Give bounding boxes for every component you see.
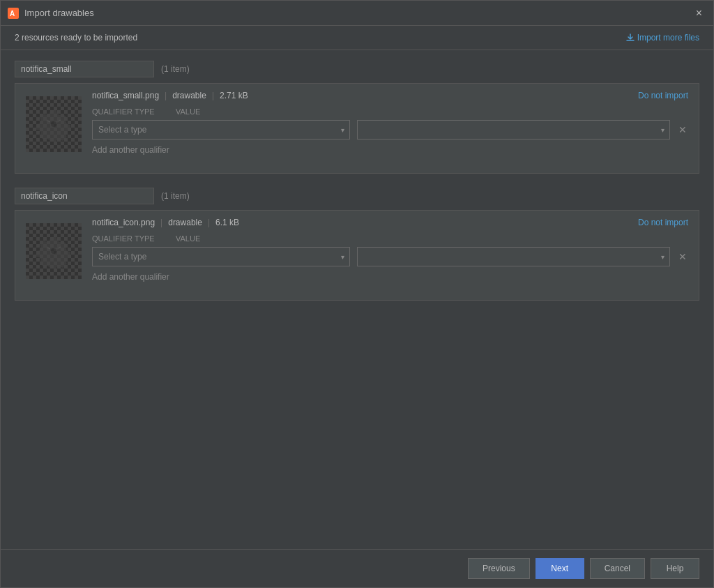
svg-point-3	[51, 248, 56, 254]
qualifier-type-select-wrapper-1: Select a type	[92, 247, 350, 266]
resources-status: 2 resources ready to be imported	[15, 33, 137, 43]
remove-qualifier-button-1[interactable]: ✕	[677, 250, 688, 263]
help-button[interactable]: Help	[651, 558, 699, 579]
qualifier-type-label-0: QUALIFIER TYPE	[92, 107, 162, 116]
titlebar-left: A Import drawables	[8, 8, 94, 19]
resource-info-row-1: notifica_icon.png | drawable | 6.1 kB Do…	[26, 218, 688, 285]
svg-text:A: A	[10, 10, 15, 17]
qualifier-type-select-1[interactable]: Select a type	[92, 247, 350, 266]
resource-card-0: notifica_small.png | drawable | 2.71 kB …	[15, 83, 699, 174]
add-qualifier-button-1[interactable]: Add another qualifier	[92, 269, 169, 285]
qualifier-row-1: QUALIFIER TYPE VALUE	[92, 234, 688, 243]
remove-qualifier-button-0[interactable]: ✕	[677, 123, 688, 136]
checkered-bg-1	[26, 223, 82, 279]
resource-block-0: (1 item)	[15, 61, 699, 174]
value-select-wrapper-1	[357, 247, 670, 266]
import-more-files-button[interactable]: Import more files	[626, 33, 699, 43]
qualifier-row-0: QUALIFIER TYPE VALUE	[92, 107, 688, 116]
resource-name-input-1[interactable]	[15, 188, 154, 204]
do-not-import-button-0[interactable]: Do not import	[638, 91, 688, 100]
cancel-button[interactable]: Cancel	[590, 558, 645, 579]
gear-icon-0	[36, 107, 71, 142]
checkered-bg-0	[26, 96, 82, 152]
info-and-qualifiers-0: notifica_small.png | drawable | 2.71 kB …	[92, 91, 688, 158]
resource-block-1: (1 item)	[15, 188, 699, 301]
app-icon: A	[8, 8, 19, 19]
resource-name-row-0: (1 item)	[15, 61, 699, 77]
resource-type-0: drawable	[172, 91, 206, 100]
separator-0a: |	[165, 91, 167, 100]
item-count-0: (1 item)	[161, 64, 190, 74]
previous-button[interactable]: Previous	[468, 558, 530, 579]
separator-0b: |	[212, 91, 214, 100]
qualifier-fields-0: Select a type ✕	[92, 120, 688, 140]
resource-card-1: notifica_icon.png | drawable | 6.1 kB Do…	[15, 210, 699, 301]
add-qualifier-button-0[interactable]: Add another qualifier	[92, 142, 169, 158]
separator-1a: |	[160, 218, 162, 227]
resource-name-input-0[interactable]	[15, 61, 154, 77]
qualifier-type-select-0[interactable]: Select a type	[92, 120, 350, 140]
item-count-1: (1 item)	[161, 191, 190, 201]
resource-info-row-0: notifica_small.png | drawable | 2.71 kB …	[26, 91, 688, 158]
resource-file-info-0: notifica_small.png | drawable | 2.71 kB …	[92, 91, 688, 100]
dialog-title: Import drawables	[24, 8, 94, 18]
info-and-qualifiers-1: notifica_icon.png | drawable | 6.1 kB Do…	[92, 218, 688, 285]
file-name-1: notifica_icon.png	[92, 218, 155, 227]
value-label-1: VALUE	[176, 234, 245, 243]
gear-icon-1	[36, 234, 71, 269]
value-select-0[interactable]	[357, 120, 670, 140]
value-select-1[interactable]	[357, 247, 670, 266]
resource-file-info-1: notifica_icon.png | drawable | 6.1 kB Do…	[92, 218, 688, 227]
file-name-0: notifica_small.png	[92, 91, 159, 100]
svg-point-2	[51, 121, 56, 127]
resource-name-row-1: (1 item)	[15, 188, 699, 204]
value-select-wrapper-0	[357, 120, 670, 140]
import-icon	[626, 33, 635, 42]
qualifier-type-select-wrapper-0: Select a type	[92, 120, 350, 140]
value-label-0: VALUE	[176, 107, 245, 116]
file-size-0: 2.71 kB	[220, 91, 248, 100]
import-drawables-dialog: A Import drawables × 2 resources ready t…	[0, 0, 714, 588]
file-size-1: 6.1 kB	[215, 218, 239, 227]
qualifier-fields-1: Select a type ✕	[92, 247, 688, 266]
do-not-import-button-1[interactable]: Do not import	[638, 218, 688, 227]
resource-thumbnail-0	[26, 96, 82, 152]
next-button[interactable]: Next	[536, 558, 584, 579]
dialog-footer: Previous Next Cancel Help	[1, 549, 713, 587]
close-button[interactable]: ×	[692, 6, 706, 20]
content-area: (1 item)	[1, 50, 713, 549]
dialog-header: 2 resources ready to be imported Import …	[1, 26, 713, 50]
resource-thumbnail-1	[26, 223, 82, 279]
separator-1b: |	[208, 218, 210, 227]
resource-type-1: drawable	[168, 218, 202, 227]
qualifier-type-label-1: QUALIFIER TYPE	[92, 234, 162, 243]
titlebar: A Import drawables ×	[1, 1, 713, 26]
